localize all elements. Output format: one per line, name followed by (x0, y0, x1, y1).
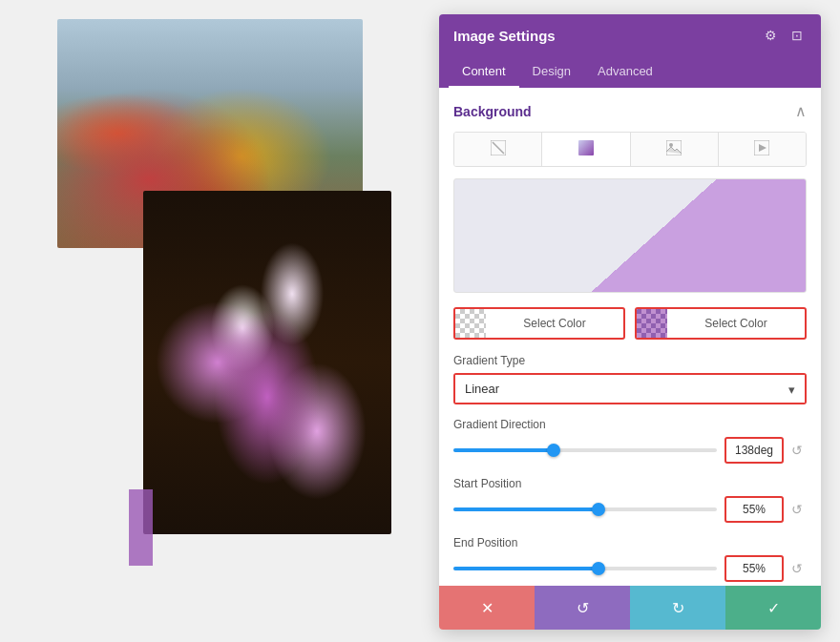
tab-content[interactable]: Content (449, 56, 519, 88)
end-position-slider-row: ↺ (453, 555, 807, 582)
color-selector-2-label: Select Color (667, 317, 805, 330)
color-selector-1-label: Select Color (486, 317, 623, 330)
gradient-direction-reset[interactable]: ↺ (788, 441, 807, 460)
gradient-direction-fill (453, 448, 554, 452)
section-header: Background ∧ (453, 102, 807, 120)
end-position-field: End Position ↺ (453, 536, 807, 582)
start-position-slider-row: ↺ (453, 496, 807, 523)
color-selector-2[interactable]: Select Color (635, 307, 807, 340)
bg-type-gradient[interactable] (542, 133, 630, 166)
section-toggle-icon[interactable]: ∧ (795, 102, 807, 120)
start-position-label: Start Position (453, 477, 807, 490)
photos-area (0, 0, 410, 642)
panel-title: Image Settings (453, 28, 556, 44)
bg-type-row (453, 132, 807, 167)
start-position-thumb[interactable] (592, 503, 605, 516)
collapse-icon[interactable]: ⊡ (788, 26, 807, 45)
color-selector-1[interactable]: Select Color (453, 307, 625, 340)
gradient-direction-field: Gradient Direction ↺ (453, 418, 807, 464)
panel-footer: ✕ ↺ ↻ ✓ (439, 586, 821, 630)
end-position-thumb[interactable] (592, 562, 605, 575)
bg-type-video[interactable] (719, 133, 806, 166)
gradient-direction-input-group: ↺ (724, 437, 807, 464)
end-position-input-group: ↺ (724, 555, 807, 582)
video-icon (754, 140, 769, 155)
svg-rect-2 (578, 140, 594, 155)
gradient-preview (453, 178, 807, 293)
image-icon (666, 140, 682, 155)
end-position-label: End Position (453, 536, 807, 549)
undo-button[interactable]: ↺ (535, 586, 630, 630)
bg-type-image[interactable] (631, 133, 719, 166)
photo-bottom (143, 191, 391, 534)
gradient-direction-track[interactable] (453, 448, 717, 452)
panel-body: Background ∧ (439, 88, 821, 586)
end-position-fill (453, 567, 598, 570)
gradient-type-label: Gradient Type (453, 354, 807, 367)
gradient-direction-thumb[interactable] (547, 444, 560, 457)
gradient-icon (578, 140, 594, 155)
gradient-type-select-wrapper: Linear Radial Conic ▾ (453, 373, 807, 404)
start-position-fill (453, 507, 598, 511)
panel-header: Image Settings ⚙ ⊡ (439, 14, 821, 56)
end-position-input[interactable] (724, 555, 784, 582)
confirm-button[interactable]: ✓ (725, 586, 821, 630)
start-position-reset[interactable]: ↺ (788, 500, 807, 519)
start-position-field: Start Position ↺ (453, 477, 807, 523)
bg-type-none[interactable] (454, 133, 542, 166)
none-icon (491, 140, 506, 155)
gradient-type-select[interactable]: Linear Radial Conic (455, 375, 805, 403)
panel-header-icons: ⚙ ⊡ (761, 26, 807, 45)
end-position-reset[interactable]: ↺ (788, 559, 807, 578)
tab-design[interactable]: Design (519, 56, 584, 88)
section-title: Background (453, 104, 532, 119)
redo-button[interactable]: ↻ (630, 586, 725, 630)
gradient-type-field: Gradient Type Linear Radial Conic ▾ (453, 354, 807, 404)
settings-icon[interactable]: ⚙ (761, 26, 780, 45)
tab-advanced[interactable]: Advanced (584, 56, 666, 88)
color-swatch-2 (637, 309, 667, 338)
panel-tabs: Content Design Advanced (439, 56, 821, 88)
gradient-direction-input[interactable] (724, 437, 784, 464)
gradient-direction-label: Gradient Direction (453, 418, 807, 431)
photo-bottom-inner (143, 191, 391, 534)
svg-marker-6 (759, 144, 766, 152)
image-settings-panel: Image Settings ⚙ ⊡ Content Design Advanc… (439, 14, 821, 630)
svg-line-1 (493, 142, 504, 154)
end-position-track[interactable] (453, 567, 717, 570)
gradient-direction-slider-row: ↺ (453, 437, 807, 464)
color-swatch-1 (455, 309, 486, 338)
purple-accent-bar (129, 489, 153, 566)
start-position-input-group: ↺ (724, 496, 807, 523)
color-selectors: Select Color Select Color (453, 307, 807, 340)
start-position-track[interactable] (453, 507, 717, 511)
cancel-button[interactable]: ✕ (439, 586, 535, 630)
start-position-input[interactable] (724, 496, 784, 523)
